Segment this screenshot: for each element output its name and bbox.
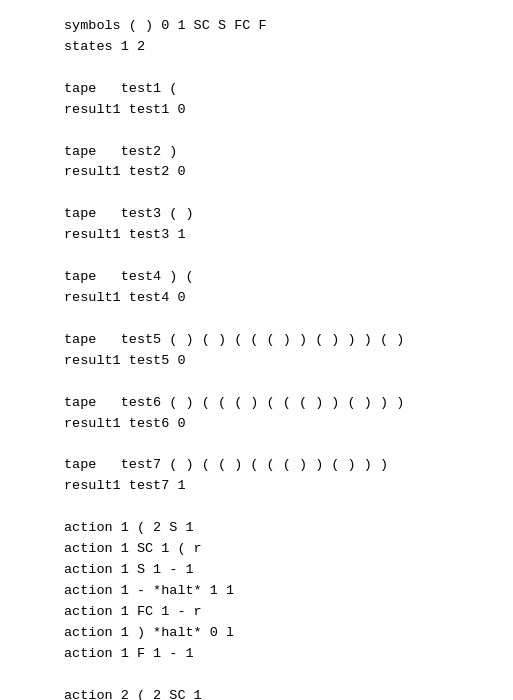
line-action1-6: action 1 ) *halt* 0 l bbox=[64, 623, 493, 644]
line-action1-7: action 1 F 1 - 1 bbox=[64, 644, 493, 665]
spacer-9 bbox=[64, 665, 493, 686]
line-result1-test5: result1 test5 0 bbox=[64, 351, 493, 372]
line-result1-test2: result1 test2 0 bbox=[64, 162, 493, 183]
line-result1-test3: result1 test3 1 bbox=[64, 225, 493, 246]
code-content: symbols ( ) 0 1 SC S FC Fstates 1 2tape … bbox=[64, 16, 493, 700]
line-result1-test1: result1 test1 0 bbox=[64, 100, 493, 121]
spacer-2 bbox=[64, 121, 493, 142]
line-tape2-label: tape test2 ) bbox=[64, 142, 493, 163]
line-tape4-label: tape test4 ) ( bbox=[64, 267, 493, 288]
line-tape3-label: tape test3 ( ) bbox=[64, 204, 493, 225]
spacer-7 bbox=[64, 434, 493, 455]
spacer-1 bbox=[64, 58, 493, 79]
spacer-6 bbox=[64, 372, 493, 393]
line-action1-5: action 1 FC 1 - r bbox=[64, 602, 493, 623]
line-tape7-label: tape test7 ( ) ( ( ) ( ( ( ) ) ( ) ) ) bbox=[64, 455, 493, 476]
line-action1-2: action 1 SC 1 ( r bbox=[64, 539, 493, 560]
line-action1-4: action 1 - *halt* 1 1 bbox=[64, 581, 493, 602]
spacer-4 bbox=[64, 246, 493, 267]
line-action1-1: action 1 ( 2 S 1 bbox=[64, 518, 493, 539]
line-tape1-label: tape test1 ( bbox=[64, 79, 493, 100]
spacer-5 bbox=[64, 309, 493, 330]
line-result1-test6: result1 test6 0 bbox=[64, 414, 493, 435]
line-action1-3: action 1 S 1 - 1 bbox=[64, 560, 493, 581]
spacer-8 bbox=[64, 497, 493, 518]
spacer-3 bbox=[64, 183, 493, 204]
line-tape6-label: tape test6 ( ) ( ( ( ) ( ( ( ) ) ( ) ) ) bbox=[64, 393, 493, 414]
line-states: states 1 2 bbox=[64, 37, 493, 58]
line-result1-test4: result1 test4 0 bbox=[64, 288, 493, 309]
line-result1-test7: result1 test7 1 bbox=[64, 476, 493, 497]
line-action2-1: action 2 ( 2 SC 1 bbox=[64, 686, 493, 701]
line-tape5-label: tape test5 ( ) ( ) ( ( ( ) ) ( ) ) ) ( ) bbox=[64, 330, 493, 351]
line-symbols: symbols ( ) 0 1 SC S FC F bbox=[64, 16, 493, 37]
